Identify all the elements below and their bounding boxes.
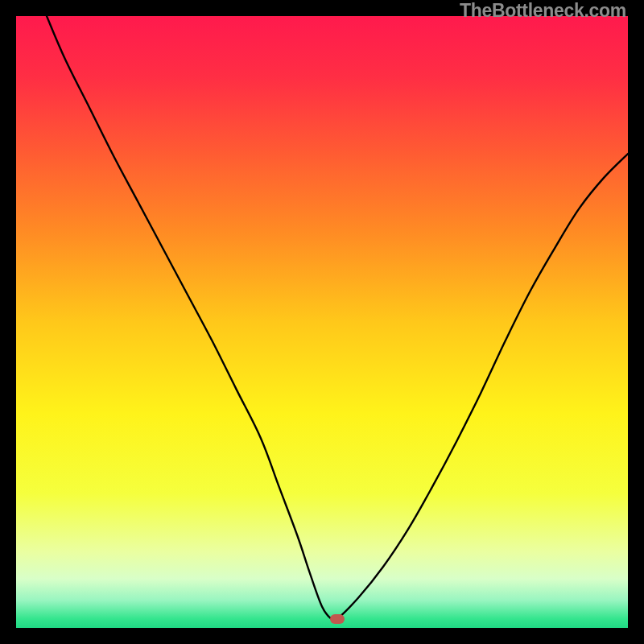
curve-layer [16,16,628,628]
plot-area [16,16,628,628]
optimal-point-marker [330,614,345,624]
watermark-text: TheBottleneck.com [460,0,626,22]
bottleneck-curve [47,16,628,621]
chart-frame: TheBottleneck.com [0,0,644,644]
